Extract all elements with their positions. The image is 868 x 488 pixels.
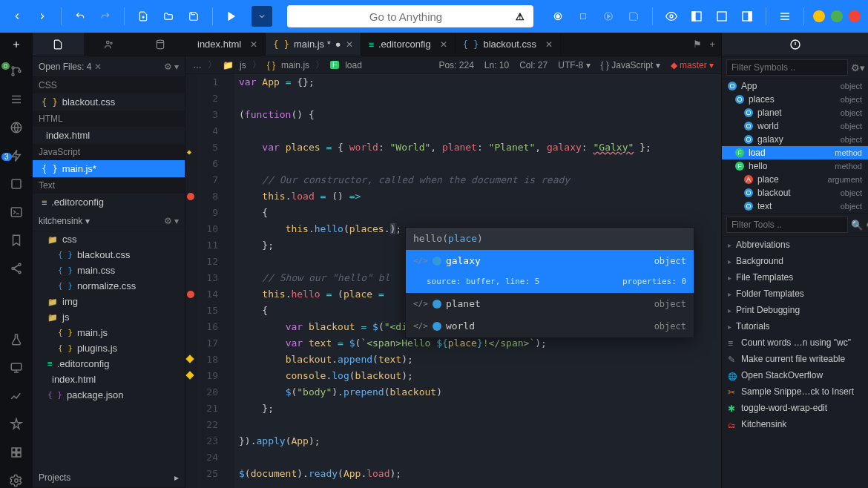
tab-overflow-button[interactable]: +	[709, 39, 715, 50]
outline-icon[interactable]	[9, 92, 24, 107]
tool-group[interactable]: ▸Background	[722, 253, 868, 269]
monitor-icon[interactable]	[9, 360, 24, 375]
tree-file[interactable]: { }normalize.css	[33, 278, 185, 294]
snippet-icon[interactable]	[9, 417, 24, 432]
breadcrumb-root[interactable]: …	[193, 60, 202, 70]
new-file-button[interactable]	[134, 7, 153, 26]
projects-footer[interactable]: Projects▸	[33, 467, 185, 488]
right-panel-tab[interactable]	[721, 33, 868, 56]
tools-search-icon[interactable]: 🔍	[851, 220, 863, 231]
tree-folder[interactable]: js	[33, 309, 185, 325]
symbol-filter-settings[interactable]: ⚙▾	[851, 62, 865, 73]
menu-button[interactable]	[775, 7, 795, 26]
stop-record-button[interactable]	[573, 7, 593, 26]
tools-filter-input[interactable]	[726, 217, 848, 233]
terminal-icon[interactable]	[9, 205, 24, 220]
goto-input[interactable]	[296, 10, 516, 23]
layout-right-button[interactable]	[737, 7, 757, 26]
window-maximize-button[interactable]	[831, 10, 843, 22]
status-branch[interactable]: ◆ master ▾	[671, 60, 714, 70]
tool-item[interactable]: Count words …n using "wc"	[722, 334, 868, 351]
symbol-item[interactable]: Fhellomethod	[722, 159, 868, 173]
file-tab[interactable]: ≡.editorconfig✕	[361, 33, 456, 56]
tree-file[interactable]: { }plugins.js	[33, 340, 185, 356]
breadcrumb-file[interactable]: main.js	[281, 60, 309, 70]
open-folder-button[interactable]	[159, 7, 178, 26]
tree-folder[interactable]: css	[33, 231, 185, 247]
tool-group[interactable]: ▸Abbreviations	[722, 237, 868, 253]
record-macro-button[interactable]	[548, 7, 568, 26]
tool-item[interactable]: Make current file writeable	[722, 351, 868, 367]
code-area[interactable]: ◆ 12345678910111213141516171819202122232…	[185, 74, 721, 488]
open-file-entry[interactable]: { }blackout.css	[33, 93, 185, 111]
tree-file[interactable]: { }main.css	[33, 263, 185, 278]
stats-icon[interactable]	[9, 389, 24, 403]
forward-button[interactable]	[33, 7, 52, 26]
tree-file[interactable]: { }main.js	[33, 325, 185, 340]
tool-group[interactable]: ▸File Templates	[722, 269, 868, 286]
globe-icon[interactable]	[9, 120, 24, 135]
preview-button[interactable]	[662, 7, 681, 26]
project-settings[interactable]: ⚙ ▾	[164, 216, 179, 226]
symbol-item[interactable]: Floadmethod	[722, 146, 868, 159]
sidebar-tab-files[interactable]	[33, 33, 84, 56]
open-file-entry[interactable]: { }main.js*	[33, 160, 185, 177]
open-files-settings[interactable]: ⚙ ▾	[164, 62, 179, 72]
file-tab[interactable]: { }main.js *●✕	[266, 33, 361, 56]
save-button[interactable]	[184, 7, 203, 26]
sidebar-tab-db[interactable]	[134, 33, 185, 56]
save-macro-button[interactable]	[624, 7, 643, 26]
breadcrumb-folder[interactable]: js	[240, 60, 246, 70]
window-minimize-button[interactable]	[813, 10, 825, 22]
status-encoding[interactable]: UTF-8 ▾	[558, 60, 590, 70]
autocomplete-popup[interactable]: hello(place) </> galaxy object source: b…	[405, 227, 694, 338]
play-macro-button[interactable]	[599, 7, 618, 26]
tool-item[interactable]: Sample Snippe…ck to Insert	[722, 383, 868, 400]
gutter-red-mark[interactable]	[187, 291, 194, 298]
symbol-item[interactable]: Oplanetobject	[722, 106, 868, 119]
autocomplete-item[interactable]: </>worldobject	[406, 315, 694, 337]
symbol-item[interactable]: OAppobject	[722, 79, 868, 93]
breadcrumb-symbol[interactable]: load	[345, 60, 362, 70]
tree-folder[interactable]: img	[33, 294, 185, 309]
window-close-button[interactable]	[849, 10, 861, 22]
run-dropdown[interactable]	[251, 6, 272, 27]
symbol-item[interactable]: Oblackoutobject	[722, 186, 868, 200]
tool-group[interactable]: ▸Print Debugging	[722, 302, 868, 318]
tree-file[interactable]: { }package.json	[33, 387, 185, 403]
symbol-item[interactable]: Oplacesobject	[722, 93, 868, 106]
undo-button[interactable]	[70, 7, 90, 26]
file-tab[interactable]: { }blackout.css✕	[456, 33, 561, 56]
open-files-close[interactable]: ✕	[94, 62, 102, 72]
tool-group[interactable]: ▸Tutorials	[722, 318, 868, 334]
symbol-item[interactable]: Aplaceargument	[722, 173, 868, 186]
notifications-icon[interactable]: ⚑	[693, 39, 702, 50]
bookmark-icon[interactable]	[9, 233, 24, 248]
tool-item[interactable]: Kitchensink	[722, 416, 868, 432]
goto-anything-field[interactable]: ⚠	[287, 5, 533, 27]
share-icon[interactable]	[9, 261, 24, 276]
settings-gear-icon[interactable]	[9, 473, 24, 488]
gutter-bookmark-mark[interactable]: ◆	[187, 144, 191, 160]
tree-file[interactable]: ≡.editorconfig	[33, 356, 185, 372]
tree-file[interactable]: { }blackout.css	[33, 247, 185, 263]
project-header[interactable]: kitchensink ▾ ⚙ ▾	[33, 211, 185, 231]
back-button[interactable]	[7, 7, 27, 26]
status-language[interactable]: { } JavaScript ▾	[601, 60, 660, 70]
gutter-yellow-mark[interactable]	[185, 371, 194, 379]
autocomplete-item[interactable]: </>planetobject	[406, 293, 694, 315]
redo-button[interactable]	[96, 7, 115, 26]
file-tab[interactable]: index.html✕	[185, 33, 266, 56]
tool-group[interactable]: ▸Folder Templates	[722, 286, 868, 302]
gutter-yellow-mark[interactable]	[185, 355, 194, 363]
open-file-entry[interactable]: index.html	[33, 127, 185, 144]
symbol-item[interactable]: Oworldobject	[722, 119, 868, 133]
tree-file[interactable]: index.html	[33, 372, 185, 387]
open-file-entry[interactable]: ≡.editorconfig	[33, 194, 185, 211]
tool-item[interactable]: toggle-word-wrap-edit	[722, 400, 868, 416]
sidebar-tab-collab[interactable]	[84, 33, 135, 56]
symbol-item[interactable]: Ogalaxyobject	[722, 133, 868, 146]
symbol-filter-input[interactable]	[726, 59, 848, 76]
layout-left-button[interactable]	[687, 7, 706, 26]
flask-icon[interactable]	[9, 332, 24, 347]
